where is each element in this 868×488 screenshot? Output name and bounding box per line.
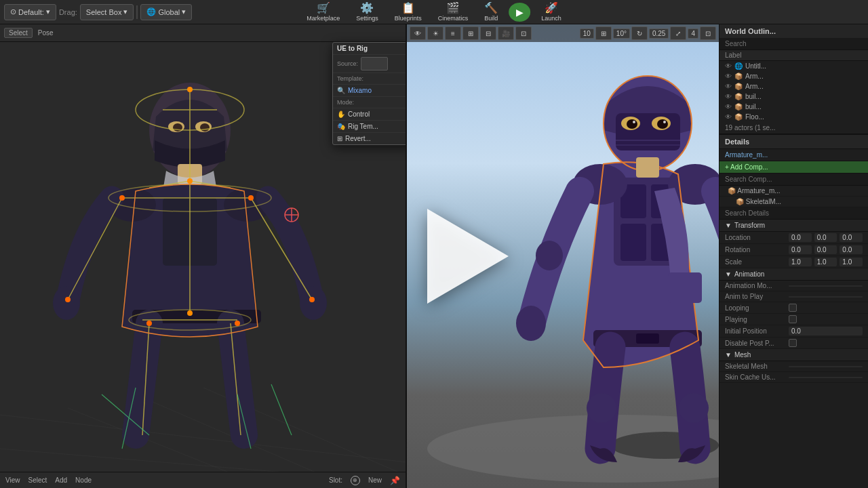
item-label: Arm... [745,73,764,80]
rotation-y[interactable]: 0.0 [814,245,837,254]
anim-play-label: Anim to Play [725,293,786,300]
marketplace-btn[interactable]: 🛒 Marketplace [301,1,345,23]
svg-point-68 [516,306,546,341]
scale-y[interactable]: 1.0 [814,258,837,266]
details-panel: Details Armature_m... + Add Comp... 📦 Ar… [719,135,868,488]
actors-count: 19 actors (1 se... [719,122,868,134]
skeletal-mesh-value[interactable] [789,366,863,367]
blender-toolbar: Select Pose [0,24,406,42]
outliner-columns: Label [719,50,868,61]
scale-z[interactable]: 1.0 [840,258,863,266]
node-menu[interactable]: Node [75,476,92,484]
initial-pos-value[interactable]: 0.0 [789,327,863,336]
cinematics-btn[interactable]: 🎬 Cinematics [433,1,474,23]
mode-dropdown[interactable]: ⊙ Default: ▾ [4,4,56,20]
grid-size[interactable]: 10 [580,28,594,39]
location-y[interactable]: 0.0 [814,233,837,242]
location-x[interactable]: 0.0 [789,233,812,242]
popup-template-row: Template: [333,73,407,85]
view-menu[interactable]: View [5,476,20,484]
popup-revert-label: Revert... [345,135,371,142]
rotate-icon[interactable]: ↻ [631,26,648,40]
outliner-search[interactable] [719,38,868,50]
rotation-z[interactable]: 0.0 [840,245,863,254]
popup-revert-row[interactable]: ⊞ Revert... [333,133,407,144]
snap-btn[interactable]: ⊞ [462,26,479,40]
blueprints-btn[interactable]: 📋 Blueprints [389,1,427,23]
popup-hand-icon: ✋ [337,110,345,118]
outliner-item-arm1[interactable]: 👁 📦 Arm... [719,71,868,81]
select-menu[interactable]: Select [28,476,47,484]
add-component-btn[interactable]: + Add Comp... [719,161,868,174]
world-outliner-header: World Outlin... [719,24,868,38]
surface-snap-btn[interactable]: ⊟ [480,26,496,40]
svg-point-38 [309,297,315,302]
item-label: buil... [745,93,762,100]
lit-btn[interactable]: ☀ [427,26,443,40]
outliner-item-floor[interactable]: 👁 📦 Floo... [719,112,868,122]
scale-x[interactable]: 1.0 [789,258,812,266]
details-header: Details [719,135,868,149]
item-label: Arm... [745,83,764,90]
camera-speed-btn[interactable]: 🎥 [498,26,514,40]
animation-section[interactable]: ▼ Animation [719,268,868,281]
layout-btn[interactable]: ⊡ [515,26,532,40]
unreal-scene-svg [407,42,719,488]
add-menu[interactable]: Add [55,476,67,484]
mode-chevron: ▾ [46,7,50,16]
location-row: Location 0.0 0.0 0.0 [719,232,868,244]
component-armature[interactable]: 📦 Armature_m... [719,186,868,197]
global-dropdown[interactable]: 🌐 Global ▾ [140,4,192,20]
show-btn[interactable]: ≡ [445,26,461,40]
pin-icon: 📌 [390,476,400,485]
anim-mode-value[interactable] [789,285,863,287]
outliner-item-untitled[interactable]: 👁 🌐 Untitl... [719,61,868,71]
outliner-item-build1[interactable]: 👁 📦 buil... [719,92,868,102]
playing-checkbox[interactable] [789,315,797,323]
search-component-input[interactable] [719,174,868,186]
global-chevron: ▾ [182,7,186,16]
anim-mode-row: Animation Mo... [719,281,868,291]
launch-btn[interactable]: 🚀 Launch [536,1,567,23]
scale-snap[interactable]: 0.25 [649,28,669,39]
svg-point-39 [146,321,152,326]
cam-speed-num[interactable]: 4 [688,28,698,39]
blender-mode-badge[interactable]: Select [4,28,33,38]
anim-play-value[interactable] [789,296,863,298]
eye-icon: 👁 [725,83,732,90]
rotation-x[interactable]: 0.0 [789,245,812,254]
unreal-viewport-toolbar: 👁 ☀ ≡ ⊞ ⊟ 🎥 ⊡ 10 ⊞ 10° ↻ 0.25 ⤢ 4 ⊡ [407,24,719,42]
item-label: Untitl... [745,62,766,70]
top-toolbar: ⊙ Default: ▾ Drag: Select Box ▾ 🌐 Global… [0,0,868,24]
search-details-input[interactable] [719,207,868,220]
svg-point-56 [633,121,635,123]
perspective-btn[interactable]: 👁 [410,26,426,40]
location-z[interactable]: 0.0 [840,233,863,242]
looping-checkbox[interactable] [789,304,797,312]
right-viewport-unreal[interactable]: 👁 ☀ ≡ ⊞ ⊟ 🎥 ⊡ 10 ⊞ 10° ↻ 0.25 ⤢ 4 ⊡ [407,24,719,488]
popup-source-btn[interactable] [361,57,388,70]
new-label: New [368,476,382,484]
maximize-btn[interactable]: ⊡ [700,26,716,40]
scale-icon[interactable]: ⤢ [670,26,686,40]
build-btn[interactable]: 🔨 Build [479,1,503,23]
outliner-item-build2[interactable]: 👁 📦 buil... [719,102,868,112]
left-viewport-blender[interactable]: Select Pose [0,24,407,488]
settings-btn[interactable]: ⚙️ Settings [351,1,384,23]
blueprints-icon: 📋 [401,3,415,14]
play-button[interactable]: ▶ [509,3,530,22]
outliner-item-arm2[interactable]: 👁 📦 Arm... [719,81,868,92]
transform-section[interactable]: ▼ Transform [719,220,868,232]
component-skeletal[interactable]: 📦 SkeletalM... [719,197,868,207]
rotation-snap[interactable]: 10° [613,28,630,39]
select-box-dropdown[interactable]: Select Box ▾ [80,4,134,20]
component-name: SkeletalM... [746,198,781,205]
svg-point-34 [187,310,193,316]
disable-post-row: Disable Post P... [719,338,868,349]
mesh-section[interactable]: ▼ Mesh [719,349,868,361]
location-label: Location [725,234,786,241]
skin-cache-value[interactable] [789,377,863,378]
global-label: Global [158,8,180,16]
grid-icon[interactable]: ⊞ [595,26,612,40]
disable-post-checkbox[interactable] [789,339,797,347]
